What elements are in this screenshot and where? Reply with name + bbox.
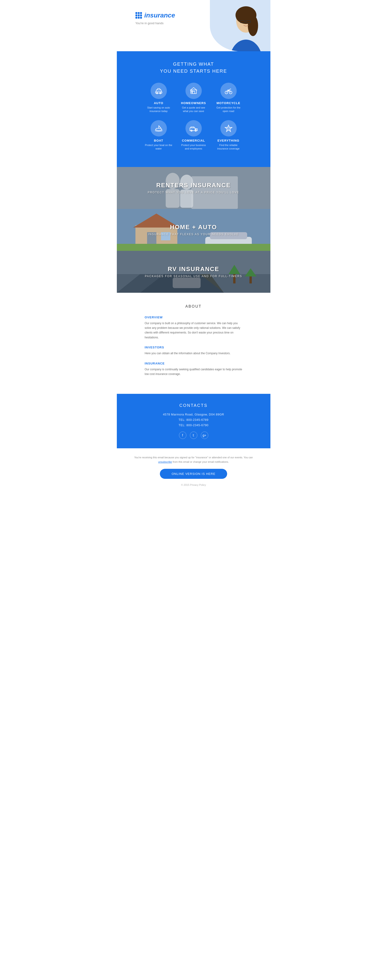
svg-point-4: [248, 15, 258, 36]
contacts-title: CONTACTS: [124, 403, 263, 408]
contacts-tel1: TEL: 800-2345-6789: [124, 418, 263, 422]
header: insurance You're in good hands: [117, 0, 270, 51]
auto-desc: Start saving on auto insurance today: [145, 106, 173, 113]
about-investors: INVESTORS Here you can obtain all the in…: [145, 345, 243, 356]
investors-title: INVESTORS: [145, 345, 243, 349]
svg-rect-11: [191, 90, 197, 94]
insurance-icons-row-2: BOAT Protect your boat on the water COMM…: [124, 120, 263, 151]
about-overview: OVERVIEW Our company is built on a philo…: [145, 315, 243, 340]
footer-section: You're receiving this email because you …: [117, 448, 270, 493]
svg-rect-20: [191, 127, 194, 128]
icon-item-boat[interactable]: BOAT Protect your boat on the water: [145, 120, 173, 151]
auto-label: AUTO: [154, 101, 163, 105]
banner-rv: RV INSURANCE PACKAGES FOR SEASONAL USE A…: [117, 251, 270, 293]
facebook-icon[interactable]: f: [179, 431, 186, 439]
svg-rect-17: [190, 128, 195, 130]
svg-rect-45: [249, 277, 252, 283]
social-icons-group: f 𝕥 g+: [124, 431, 263, 439]
icon-item-homeowners[interactable]: HOMEOWNERS Get a quote and see what you …: [180, 83, 208, 113]
homeowners-desc: Get a quote and see what you can save: [180, 106, 208, 113]
twitter-icon[interactable]: 𝕥: [190, 431, 197, 439]
overview-title: OVERVIEW: [145, 315, 243, 319]
boat-desc: Protect your boat on the water: [145, 143, 173, 151]
renters-banner-title: RENTERS INSURANCE: [148, 181, 239, 189]
svg-rect-36: [117, 244, 270, 251]
footer-notice: You're receiving this email because you …: [131, 455, 257, 464]
about-title: ABOUT: [145, 304, 243, 309]
everything-label: EVERYTHING: [217, 139, 239, 142]
home-auto-banner-title: HOME + AUTO: [148, 224, 239, 231]
svg-rect-13: [191, 91, 193, 92]
rv-banner-subtitle: PACKAGES FOR SEASONAL USE AND FOR FULL-T…: [145, 275, 242, 278]
boat-label: BOAT: [154, 139, 163, 142]
insurance-icons-row-1: AUTO Start saving on auto insurance toda…: [124, 83, 263, 113]
boat-icon: [151, 120, 167, 137]
insurance-title: INSURANCE: [145, 362, 243, 365]
motorcycle-desc: Get protection for the open road: [214, 106, 243, 113]
renters-banner-subtitle: PROTECT WHAT YOU LOVE AT A PRICE YOU'LL …: [148, 191, 239, 194]
home-auto-banner-content: HOME + AUTO INSURANCE THAT FLEXES AS YOU…: [148, 224, 239, 236]
auto-icon: [151, 83, 167, 99]
rv-banner-title: RV INSURANCE: [145, 266, 242, 273]
renters-banner-content: RENTERS INSURANCE PROTECT WHAT YOU LOVE …: [148, 181, 239, 194]
commercial-label: COMMERCIAL: [182, 139, 205, 142]
rv-banner-content: RV INSURANCE PACKAGES FOR SEASONAL USE A…: [145, 266, 242, 278]
icon-item-auto[interactable]: AUTO Start saving on auto insurance toda…: [145, 83, 173, 113]
icon-item-commercial[interactable]: COMMERCIAL Protect your business and emp…: [180, 120, 208, 151]
logo-grid-icon: [135, 12, 142, 19]
svg-rect-47: [173, 278, 201, 288]
googleplus-icon[interactable]: g+: [201, 431, 208, 439]
motorcycle-icon: [220, 83, 237, 99]
blue-section-heading: GETTING WHAT YOU NEED STARTS HERE: [124, 60, 263, 75]
about-section: ABOUT OVERVIEW Our company is built on a…: [117, 293, 270, 394]
investors-text: Here you can obtain all the information …: [145, 351, 243, 356]
overview-text: Our company is built on a philosophy of …: [145, 321, 243, 340]
icon-item-motorcycle[interactable]: MOTORCYCLE Get protection for the open r…: [214, 83, 243, 113]
footer-notice-post: from this email or change your email not…: [172, 460, 229, 463]
commercial-desc: Protect your business and employees: [180, 143, 208, 151]
footer-notice-pre: You're receiving this email because you …: [134, 456, 253, 459]
unsubscribe-link[interactable]: unsubscribe: [158, 460, 172, 463]
homeowners-icon: [186, 83, 202, 99]
contacts-section: CONTACTS 4578 Marmora Road, Glasgow, D04…: [117, 394, 270, 448]
blue-insurance-section: GETTING WHAT YOU NEED STARTS HERE AUTO S…: [117, 51, 270, 167]
homeowners-label: HOMEOWNERS: [181, 101, 206, 105]
footer-copyright: © 2015 Privacy Policy: [131, 484, 257, 486]
motorcycle-label: MOTORCYCLE: [216, 101, 240, 105]
online-version-button[interactable]: ONLINE VERSION IS HERE: [160, 469, 227, 479]
svg-point-16: [228, 91, 229, 91]
banner-renters: RENTERS INSURANCE PROTECT WHAT YOU LOVE …: [117, 167, 270, 209]
logo-text: insurance: [144, 12, 175, 19]
everything-icon: [220, 120, 237, 137]
icon-item-everything[interactable]: EVERYTHING Find the reliable insurance c…: [214, 120, 243, 151]
about-insurance: INSURANCE Our company is continually see…: [145, 362, 243, 377]
home-auto-banner-subtitle: INSURANCE THAT FLEXES AS YOUR NEEDS EVOL…: [148, 233, 239, 236]
banner-home-auto: HOME + AUTO INSURANCE THAT FLEXES AS YOU…: [117, 209, 270, 251]
contacts-address: 4578 Marmora Road, Glasgow, D04 89GR: [124, 413, 263, 416]
commercial-icon: [186, 120, 202, 137]
header-woman-image: [210, 0, 270, 51]
contacts-tel2: TEL: 800-2345-6790: [124, 423, 263, 427]
everything-desc: Find the reliable insurance coverage: [214, 143, 243, 151]
insurance-text: Our company is continually seeking quali…: [145, 367, 243, 377]
